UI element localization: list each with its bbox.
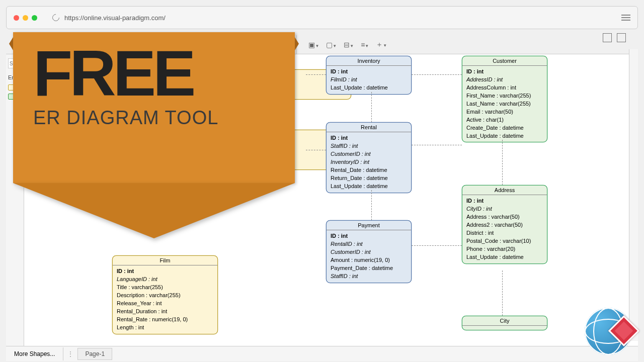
entity-attribute: CustomerID : int [331,248,407,256]
entity-rental[interactable]: Rental ID : intStaffID : intCustomerID :… [326,122,412,193]
entity-attribute: StaffID : int [331,273,407,281]
connector[interactable] [371,92,372,122]
add-icon[interactable]: ＋▼ [374,39,388,51]
entity-attribute: ID : int [331,232,407,240]
entity-attribute: Active : char(1) [466,116,543,124]
entity-attribute: Rental_Date : datetime [331,166,407,174]
right-scroll-panel[interactable] [629,49,638,341]
entity-attribute: Phone : varchar(20) [466,245,543,253]
entity-title: Customer [462,56,547,66]
entity-attribute: StaffID : int [331,142,407,150]
distribute-icon[interactable]: ≡▼ [359,39,370,50]
close-icon[interactable] [14,15,19,21]
connector[interactable] [502,270,503,316]
entity-attribute: AddressColumn : int [466,84,543,92]
entity-attribute: Postal_Code : varchar(10) [466,237,543,245]
connector[interactable] [412,245,462,246]
browser-bar: https://online.visual-paradigm.com/ [6,6,638,29]
entity-attribute: ID : int [331,134,407,142]
drag-handle-icon[interactable]: ⋮ [63,350,77,357]
entity-title: Address [462,186,547,195]
banner-subtitle: ER DIAGRAM TOOL [33,107,275,129]
entity-payment[interactable]: Payment ID : intRentalID : intCustomerID… [326,220,412,283]
more-shapes-button[interactable]: More Shapes... [6,347,63,360]
entity-attribute: AddressID : int [466,76,543,84]
entity-attribute: LanguageID : int [117,276,213,284]
address-bar[interactable]: https://online.visual-paradigm.com/ [52,14,616,22]
entity-attribute: RentalID : int [331,240,407,248]
entity-customer[interactable]: Customer ID : intAddressID : intAddressC… [462,56,547,142]
entity-attribute: Last_Update : datetime [331,84,407,92]
connector[interactable] [412,74,462,75]
entity-attribute: Return_Date : datetime [331,174,407,183]
window-controls [14,15,37,21]
back-icon[interactable]: ▢▼ [325,39,338,50]
format-panel-icon[interactable] [603,33,612,42]
entity-attribute: District : int [466,229,543,237]
entity-attribute: Create_Date : datetime [466,124,543,132]
entity-attribute: FilmID : int [331,76,407,84]
menu-icon[interactable] [621,15,630,21]
entity-attribute: ID : int [117,267,213,276]
entity-attribute: Last_Update : datetime [466,253,543,261]
entity-attribute: Email : varchar(50) [466,108,543,116]
entity-attribute: ID : int [331,68,407,76]
entity-attribute: Amount : numeric(19, 0) [331,256,407,264]
entity-attribute: ID : int [466,68,543,76]
entity-attribute: Last_Update : datetime [466,132,543,140]
connector[interactable] [306,74,326,75]
entity-attribute: Payment_Date : datetime [331,264,407,273]
entity-attribute: Address2 : varchar(50) [466,221,543,229]
entity-attribute: Description : varchar(255) [117,292,213,300]
connector[interactable] [306,150,326,150]
entity-attribute: ID : int [466,197,543,205]
front-icon[interactable]: ▣▼ [307,39,320,50]
entity-attribute: Last_Name : varchar(255) [466,100,543,108]
brand-logo [585,308,632,355]
entity-attribute: Rental_Duration : int [117,308,213,316]
minimize-icon[interactable] [23,15,28,21]
maximize-icon[interactable] [32,15,37,21]
entity-title: City [462,316,547,326]
entity-title: Film [113,256,217,265]
footer: More Shapes... ⋮ Page-1 [6,346,638,361]
page-tab[interactable]: Page-1 [77,348,112,360]
entity-address[interactable]: Address ID : intCityID : intAddress : va… [462,185,547,264]
entity-attribute: CityID : int [466,205,543,213]
reload-icon[interactable] [51,13,61,23]
connector[interactable] [502,140,503,185]
entity-film[interactable]: Film ID : intLanguageID : intTitle : var… [112,255,218,334]
align-icon[interactable]: ⊟▼ [342,39,355,50]
connector[interactable] [412,145,462,145]
url-text: https://online.visual-paradigm.com/ [64,14,166,22]
view-buttons [603,33,626,42]
entity-attribute: First_Name : varchar(255) [466,92,543,100]
entity-attribute: InventoryID : int [331,158,407,166]
entity-attribute: Address : varchar(50) [466,213,543,221]
promo-banner: FREE ER DIAGRAM TOOL [13,32,295,243]
outline-panel-icon[interactable] [617,33,626,42]
entity-attribute: Rental_Rate : numeric(19, 0) [117,316,213,324]
entity-attribute: CustomerID : int [331,150,407,158]
entity-attribute: Release_Year : int [117,300,213,308]
entity-title: Inventory [327,56,411,66]
entity-attribute: Title : varchar(255) [117,284,213,292]
entity-attribute: Length : int [117,324,213,332]
banner-title: FREE [33,46,275,101]
entity-inventory[interactable]: Inventory ID : intFilmID : intLast_Updat… [326,56,412,95]
entity-attribute: Last_Update : datetime [331,183,407,191]
entity-title: Payment [327,221,411,230]
entity-city[interactable]: City [462,316,547,330]
entity-title: Rental [327,123,411,132]
connector[interactable] [371,190,372,220]
